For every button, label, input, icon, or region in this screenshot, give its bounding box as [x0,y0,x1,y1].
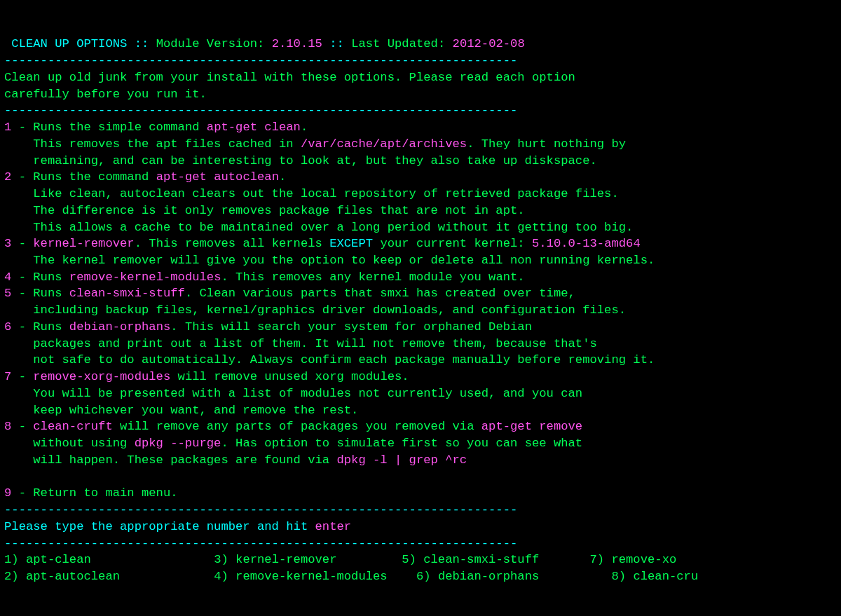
last-updated: 2012-02-08 [453,37,525,50]
cmd-apt-get-remove: apt-get remove [481,420,582,433]
title: CLEAN UP OPTIONS [11,37,127,50]
enter-key: enter [315,520,352,533]
menu-item-5[interactable]: 5) clean-smxi-stuff [402,553,539,566]
menu-item-7[interactable]: 7) remove-xo [589,553,676,566]
cmd-dpkg-purge: dpkg --purge [135,437,221,450]
divider: ----------------------------------------… [4,503,517,516]
kernel-version: 5.10.0-13-amd64 [532,237,641,250]
option-5[interactable]: 5 - Runs clean-smxi-stuff. Clean various… [4,287,575,300]
option-7[interactable]: 7 - remove-xorg-modules will remove unus… [4,370,409,383]
option-8[interactable]: 8 - clean-cruft will remove any parts of… [4,420,582,433]
option-1[interactable]: 1 - Runs the simple command apt-get clea… [4,121,308,134]
prompt-line: Please type the appropriate number and h… [4,520,351,533]
menu-item-3[interactable]: 3) kernel-remover [214,553,336,566]
path-apt-archives: /var/cache/apt/archives [301,137,467,151]
menu-row-2: 2) apt-autoclean 4) remove-kernel-module… [4,570,698,583]
cmd-kernel-remover: kernel-remover [33,237,134,250]
cmd-clean-cruft: clean-cruft [33,420,112,433]
option-3[interactable]: 3 - kernel-remover. This removes all ker… [4,237,641,250]
menu-item-1[interactable]: 1) apt-clean [4,553,91,566]
menu-item-2[interactable]: 2) apt-autoclean [4,570,120,583]
divider: ----------------------------------------… [4,537,517,550]
cmd-debian-orphans: debian-orphans [69,320,170,334]
option-6[interactable]: 6 - Runs debian-orphans. This will searc… [4,320,532,334]
header-line: CLEAN UP OPTIONS :: Module Version: 2.10… [4,37,525,50]
option-9[interactable]: 9 - Return to main menu. [4,486,178,500]
option-4[interactable]: 4 - Runs remove-kernel-modules. This rem… [4,271,525,284]
cmd-remove-xorg-modules: remove-xorg-modules [33,370,170,383]
divider: ----------------------------------------… [4,54,517,67]
intro-line-1: Clean up old junk from your install with… [4,71,575,84]
menu-item-4[interactable]: 4) remove-kernel-modules [214,570,388,583]
cmd-dpkg-grep: dpkg -l | grep ^rc [336,453,467,467]
option-2[interactable]: 2 - Runs the command apt-get autoclean. [4,170,286,184]
cmd-clean-smxi-stuff: clean-smxi-stuff [69,287,185,300]
menu-row-1: 1) apt-clean 3) kernel-remover 5) clean-… [4,553,676,566]
cmd-remove-kernel-modules: remove-kernel-modules [69,271,221,284]
menu-item-6[interactable]: 6) debian-orphans [416,570,539,583]
cmd-apt-get-autoclean: apt-get autoclean [156,170,279,184]
cmd-apt-get-clean: apt-get clean [207,121,301,134]
menu-item-8[interactable]: 8) clean-cru [611,570,698,583]
module-version: 2.10.15 [272,37,322,50]
except-word: EXCEPT [329,237,373,250]
divider: ----------------------------------------… [4,104,517,117]
intro-line-2: carefully before you run it. [4,88,207,101]
